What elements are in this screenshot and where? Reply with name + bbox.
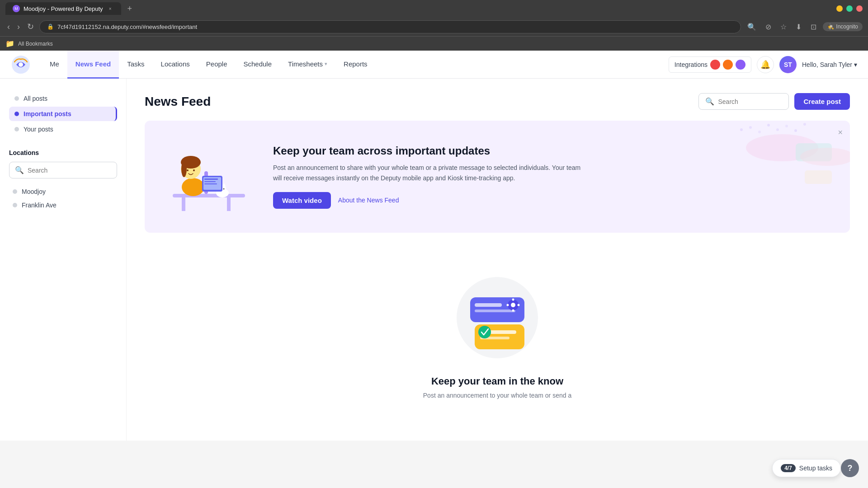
watch-video-button[interactable]: Watch video (273, 192, 331, 209)
location-list: Moodjoy Franklin Ave (9, 185, 117, 212)
svg-point-33 (785, 125, 788, 127)
svg-rect-22 (204, 183, 217, 184)
svg-point-28 (740, 128, 743, 131)
svg-point-34 (794, 129, 797, 132)
search-toolbar-button[interactable]: 🔍 (745, 21, 759, 33)
download-button[interactable]: ⬇ (793, 21, 804, 33)
empty-illustration (452, 272, 542, 363)
locations-search-box[interactable]: 🔍 (9, 162, 117, 178)
integrations-label: Integrations (675, 61, 708, 68)
tab-title: Moodjoy - Powered By Deputy (24, 5, 103, 12)
main-area: News Feed 🔍 Create post (127, 79, 868, 441)
location-dot-2 (13, 203, 17, 207)
integration-dot-3 (736, 60, 745, 70)
about-news-feed-link[interactable]: About the News Feed (338, 197, 399, 204)
filter-dot-important (14, 112, 19, 116)
news-feed-search-input[interactable] (718, 98, 782, 105)
page-content: All posts Important posts Your posts Loc… (0, 79, 868, 441)
filter-all-posts[interactable]: All posts (9, 91, 117, 106)
svg-point-49 (478, 326, 491, 338)
incognito-badge: 🕵 Incognito (823, 22, 863, 31)
nav-tasks[interactable]: Tasks (119, 51, 152, 79)
svg-point-11 (193, 169, 195, 171)
url-text: 7cf47d19112152.na.deputy.com/#newsfeed/i… (57, 23, 197, 30)
svg-point-31 (767, 124, 770, 127)
nav-news-feed[interactable]: News Feed (67, 51, 119, 79)
integrations-button[interactable]: Integrations (669, 56, 751, 73)
banner-text: Post an announcement to share with your … (273, 163, 590, 183)
filter-list: All posts Important posts Your posts (9, 91, 117, 136)
empty-state-text: Post an announcement to your whole team … (423, 392, 571, 399)
nav-people[interactable]: People (198, 51, 236, 79)
svg-rect-4 (227, 197, 231, 211)
location-franklin[interactable]: Franklin Ave (9, 198, 117, 212)
window-close-button[interactable] (856, 5, 863, 12)
svg-point-41 (511, 303, 515, 307)
svg-point-1 (19, 62, 23, 67)
banner-close-button[interactable]: × (838, 128, 843, 137)
empty-state-title: Keep your team in the know (431, 375, 563, 387)
svg-point-17 (223, 188, 225, 190)
svg-point-29 (749, 126, 752, 129)
tab-favicon: M (13, 5, 20, 12)
close-tab-button[interactable]: × (107, 5, 114, 12)
maximize-button[interactable] (846, 5, 853, 12)
svg-point-35 (803, 123, 806, 126)
toolbar-actions: 🔍 ⊘ ☆ ⬇ ⊡ 🕵 Incognito (745, 21, 863, 33)
location-dot-1 (13, 189, 17, 194)
incognito-label: Incognito (836, 23, 858, 30)
back-button[interactable]: ‹ (5, 20, 12, 33)
user-avatar[interactable]: ST (779, 56, 797, 73)
browser-toolbar: ‹ › ↻ 🔒 7cf47d19112152.na.deputy.com/#ne… (0, 17, 868, 36)
notification-button[interactable]: 🔔 (757, 56, 774, 73)
create-post-button[interactable]: Create post (794, 93, 850, 110)
window-controls (836, 5, 863, 12)
nav-reports[interactable]: Reports (335, 51, 376, 79)
minimize-button[interactable] (836, 5, 843, 12)
bookmarks-bar: 📁 All Bookmarks (0, 36, 868, 51)
app-logo[interactable] (11, 55, 31, 75)
svg-point-32 (776, 128, 779, 131)
news-feed-search-box[interactable]: 🔍 (698, 93, 789, 110)
nav-locations[interactable]: Locations (153, 51, 198, 79)
user-greeting[interactable]: Hello, Sarah Tyler ▾ (802, 61, 857, 68)
nav-schedule[interactable]: Schedule (236, 51, 280, 79)
svg-rect-21 (204, 181, 216, 182)
url-bar[interactable]: 🔒 7cf47d19112152.na.deputy.com/#newsfeed… (39, 20, 741, 33)
svg-point-44 (507, 304, 509, 306)
filter-important-posts[interactable]: Important posts (9, 107, 117, 121)
reader-mode-button[interactable]: ⊘ (763, 21, 774, 33)
svg-point-45 (518, 304, 520, 306)
empty-state: Keep your team in the know Post an annou… (145, 245, 850, 426)
banner-illustration (159, 135, 259, 218)
nav-links: Me News Feed Tasks Locations People Sche… (42, 51, 376, 79)
header-actions: 🔍 Create post (698, 93, 850, 110)
integration-dot-2 (723, 60, 733, 70)
forward-button[interactable]: › (15, 20, 22, 33)
filter-your-posts[interactable]: Your posts (9, 122, 117, 136)
incognito-icon: 🕵 (827, 23, 834, 30)
reload-button[interactable]: ↻ (25, 20, 36, 33)
banner-actions: Watch video About the News Feed (273, 192, 835, 209)
locations-search-input[interactable] (28, 167, 111, 174)
svg-point-9 (181, 161, 187, 177)
nav-right: Integrations 🔔 ST Hello, Sarah Tyler ▾ (669, 56, 857, 73)
filter-dot-yours (14, 127, 19, 131)
nav-timesheets[interactable]: Timesheets ▾ (280, 51, 335, 79)
location-moodjoy[interactable]: Moodjoy (9, 185, 117, 198)
top-nav: Me News Feed Tasks Locations People Sche… (0, 51, 868, 79)
browser-tab[interactable]: M Moodjoy - Powered By Deputy × (5, 2, 121, 15)
svg-point-30 (758, 131, 761, 133)
nav-me[interactable]: Me (42, 51, 67, 79)
extensions-button[interactable]: ⊡ (808, 21, 819, 33)
locations-search-icon: 🔍 (15, 166, 24, 174)
page-header: News Feed 🔍 Create post (145, 93, 850, 110)
svg-point-10 (187, 169, 189, 171)
bookmark-button[interactable]: ☆ (778, 21, 789, 33)
new-tab-button[interactable]: + (125, 3, 135, 14)
svg-rect-38 (475, 303, 502, 307)
svg-point-6 (182, 178, 204, 196)
all-bookmarks-link[interactable]: All Bookmarks (18, 41, 53, 47)
banner-title: Keep your team across important updates (273, 145, 835, 157)
browser-titlebar: M Moodjoy - Powered By Deputy × + (0, 0, 868, 17)
